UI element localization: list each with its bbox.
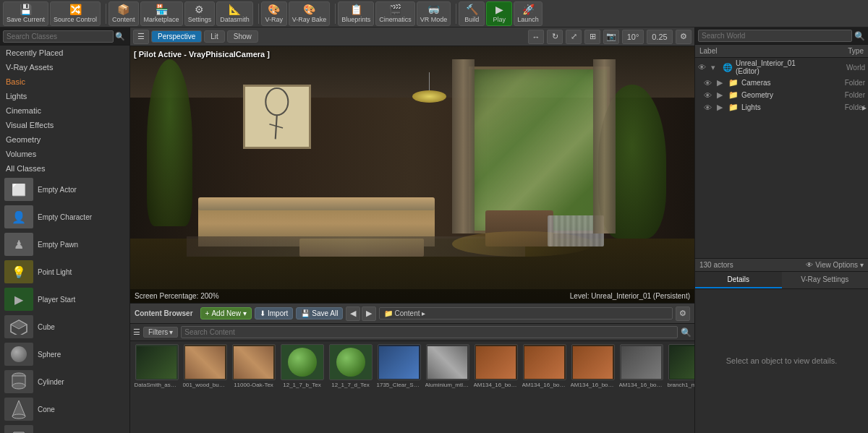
fov-icon[interactable]: 0.25 — [647, 30, 673, 44]
list-item[interactable]: Cone — [0, 395, 129, 423]
toolbar-file-group: 💾 Save Current 🔀 Source Control — [3, 1, 101, 26]
show-button[interactable]: Show — [227, 30, 258, 43]
outliner-item-lights[interactable]: 👁 ▶ 📁 Lights Folder ▸ — [695, 101, 868, 113]
list-item[interactable]: Cube — [0, 313, 129, 340]
list-item[interactable]: AM134_16_book06_Tex — [521, 344, 568, 430]
eye-icon[interactable]: 👁 — [704, 79, 714, 87]
tab-details[interactable]: Details — [695, 272, 782, 288]
list-item[interactable]: branch1_mtl_brdf_45 — [666, 344, 694, 430]
transform-icon[interactable]: ↔ — [528, 30, 544, 44]
outliner-item-world[interactable]: 👁 ▾ 🌐 Unreal_Interior_01 (Editor) World — [695, 58, 868, 77]
eye-icon[interactable]: 👁 — [704, 103, 714, 112]
viewport-menu-button[interactable]: ☰ — [133, 30, 149, 44]
world-search-input[interactable] — [698, 30, 852, 42]
category-geometry[interactable]: Geometry — [0, 132, 129, 147]
outliner-item-cameras[interactable]: 👁 ▶ 📁 Cameras Folder — [695, 77, 868, 89]
window — [469, 67, 610, 233]
play-button[interactable]: ▶ Play — [486, 1, 512, 26]
category-vray-assets[interactable]: V-Ray Assets — [0, 60, 129, 74]
list-item[interactable]: 👤 Empty Character — [0, 203, 129, 231]
view-options-button[interactable]: 👁 View Options ▾ — [806, 261, 864, 269]
vray-bake-button[interactable]: 🎨 V-Ray Bake — [289, 1, 331, 26]
list-item[interactable]: Aluminium_mtl_brdf_11 — [424, 344, 471, 430]
lit-button[interactable]: Lit — [204, 30, 225, 43]
camera-speed-icon[interactable]: 📷 — [603, 30, 619, 44]
thumb-label: AM134_16_book_page_Tex — [619, 382, 664, 388]
point-light-label: Point Light — [38, 268, 72, 276]
category-recently-placed[interactable]: Recently Placed — [0, 46, 129, 60]
browser-settings-button[interactable]: ⚙ — [676, 306, 690, 321]
view-mode-icon[interactable]: 10° — [622, 30, 644, 44]
category-cinematic[interactable]: Cinematic — [0, 103, 129, 118]
browser-forward-button[interactable]: ▶ — [362, 306, 376, 321]
list-item[interactable]: 11000-Oak-Tex — [230, 344, 277, 430]
list-item[interactable]: 001_wood_bump.Tex — [182, 344, 229, 430]
add-new-button[interactable]: + Add New ▾ — [200, 307, 252, 320]
import-button[interactable]: ⬇ Import — [255, 307, 293, 320]
expand-icon[interactable]: ▶ — [717, 78, 726, 87]
datasmith-button[interactable]: 📐 Datasmith — [216, 1, 253, 26]
blueprints-button[interactable]: 📋 Blueprints — [338, 1, 374, 26]
list-item[interactable]: ⬜ Empty Actor — [0, 176, 129, 203]
category-volumes[interactable]: Volumes — [0, 147, 129, 161]
cinematics-button[interactable]: 🎬 Cinematics — [375, 1, 415, 26]
grid-snap-icon[interactable]: ⊞ — [584, 30, 600, 44]
launch-button[interactable]: 🚀 Launch — [514, 1, 542, 26]
list-item[interactable]: Cylinder — [0, 368, 129, 395]
list-item[interactable]: 💡 Point Light — [0, 258, 129, 286]
list-item[interactable]: 12_1_7_d_Tex — [327, 344, 374, 430]
list-item[interactable]: AM134_16_book_page_Tex — [618, 344, 665, 430]
category-lights[interactable]: Lights — [0, 89, 129, 103]
rotate-icon[interactable]: ↻ — [547, 30, 563, 44]
thumb-visual — [573, 346, 613, 379]
category-basic[interactable]: Basic — [0, 74, 129, 89]
list-item[interactable]: ♟ Empty Pawn — [0, 231, 129, 258]
save-current-button[interactable]: 💾 Save Current — [3, 1, 48, 26]
list-item[interactable]: ▶ Player Start — [0, 286, 129, 313]
class-search-input[interactable] — [3, 30, 114, 43]
empty-actor-icon: ⬜ — [4, 178, 33, 201]
filters-button[interactable]: Filters ▾ — [143, 327, 178, 338]
expand-icon[interactable]: ▶ — [717, 90, 726, 100]
eye-icon[interactable]: 👁 — [704, 91, 714, 100]
scale-icon[interactable]: ⤢ — [566, 30, 582, 44]
list-item[interactable]: 1735_Clear_Sky_Tex — [375, 344, 422, 430]
tab-vray-settings[interactable]: V-Ray Settings — [782, 272, 869, 288]
save-all-button[interactable]: 💾 Save All — [296, 307, 343, 320]
list-item[interactable]: Sphere — [0, 340, 129, 368]
list-item[interactable]: 12_1_7_b_Tex — [278, 344, 326, 430]
vr-mode-button[interactable]: 🥽 VR Mode — [417, 1, 451, 26]
list-item[interactable]: AM134_16_book07_Tex — [569, 344, 616, 430]
settings-button[interactable]: ⚙ Settings — [184, 1, 216, 26]
content-search-input[interactable] — [181, 326, 678, 338]
expand-icon[interactable]: ▾ — [711, 63, 720, 72]
source-control-button[interactable]: 🔀 Source Control — [50, 1, 101, 26]
vray-button[interactable]: 🎨 V-Ray — [261, 1, 287, 26]
list-item[interactable]: AM134_16_book02_Tex — [472, 344, 519, 430]
list-item[interactable]: DataSmith_assets — [133, 344, 180, 430]
outliner-item-geometry[interactable]: 👁 ▶ 📁 Geometry Folder — [695, 89, 868, 101]
viewport-container[interactable]: [ Pilot Active - VrayPhisicalCamera ] Sc… — [130, 46, 694, 303]
category-visual-effects[interactable]: Visual Effects — [0, 118, 129, 132]
content-search-icon[interactable]: 🔍 — [681, 327, 692, 338]
save-icon: 💾 — [20, 4, 32, 15]
thumb-label: 12_1_7_b_Tex — [280, 382, 325, 388]
settings-icon[interactable]: ⚙ — [676, 30, 692, 44]
cone-icon — [4, 398, 33, 421]
content-button[interactable]: 📦 Content — [109, 1, 139, 26]
player-start-label: Player Start — [38, 296, 75, 304]
list-item[interactable]: Plane — [0, 423, 129, 433]
eye-icon[interactable]: 👁 — [698, 63, 708, 72]
thumb-image — [426, 344, 469, 380]
thumb-image — [329, 344, 373, 380]
browser-back-button[interactable]: ◀ — [346, 306, 360, 321]
class-search-icon[interactable]: 🔍 — [114, 30, 127, 43]
expand-icon[interactable]: ▶ — [717, 103, 726, 112]
world-search-icon[interactable]: 🔍 — [854, 31, 865, 41]
category-all-classes[interactable]: All Classes — [0, 161, 129, 176]
marketplace-button[interactable]: 🏪 Marketplace — [140, 1, 183, 26]
player-start-icon: ▶ — [4, 288, 33, 311]
perspective-button[interactable]: Perspective — [151, 30, 202, 43]
thumb-image — [571, 344, 615, 380]
build-button[interactable]: 🔨 Build — [459, 1, 485, 26]
